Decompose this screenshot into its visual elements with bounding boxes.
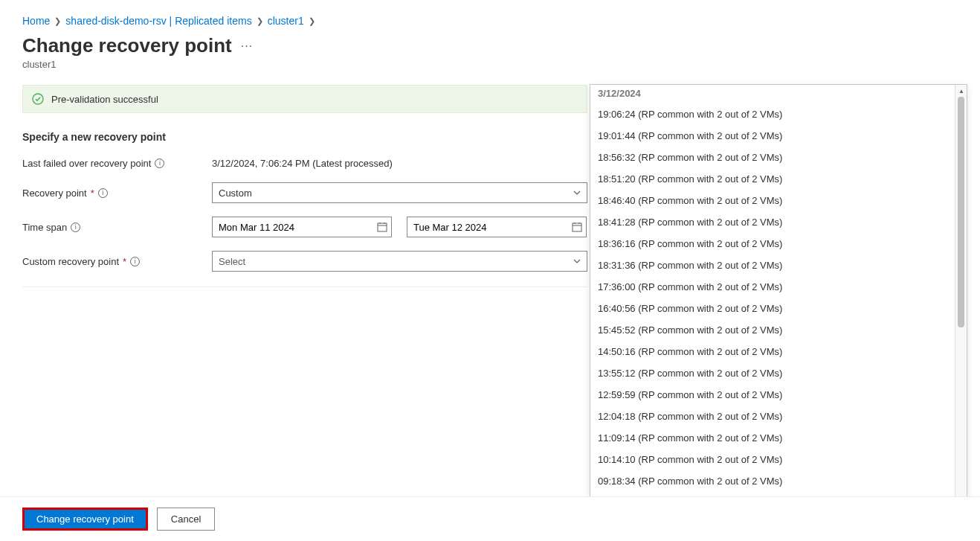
dropdown-item[interactable]: 15:45:52 (RP common with 2 out of 2 VMs) — [590, 319, 955, 341]
page-subtitle: cluster1 — [22, 59, 958, 70]
dropdown-item[interactable]: 16:40:56 (RP common with 2 out of 2 VMs) — [590, 298, 955, 319]
dropdown-item[interactable]: 18:31:36 (RP common with 2 out of 2 VMs) — [590, 255, 955, 276]
label-last-failed: Last failed over recovery point — [22, 158, 151, 169]
calendar-icon[interactable] — [377, 222, 387, 232]
dropdown-item[interactable]: 19:06:24 (RP common with 2 out of 2 VMs) — [590, 103, 955, 125]
time-span-end-input[interactable] — [407, 217, 587, 237]
success-check-icon — [32, 93, 44, 105]
dropdown-item[interactable]: 18:36:16 (RP common with 2 out of 2 VMs) — [590, 233, 955, 255]
breadcrumb-rsv[interactable]: shared-disk-demo-rsv | Replicated items — [65, 15, 251, 27]
time-span-start-input[interactable] — [212, 217, 392, 237]
info-icon[interactable]: i — [130, 257, 140, 266]
dropdown-item[interactable]: 19:01:44 (RP common with 2 out of 2 VMs) — [590, 125, 955, 147]
dropdown-item[interactable]: 09:18:34 (RP common with 2 out of 2 VMs) — [590, 470, 955, 492]
more-actions-button[interactable]: ··· — [241, 39, 253, 53]
dropdown-item[interactable]: 18:56:32 (RP common with 2 out of 2 VMs) — [590, 147, 955, 168]
svg-rect-5 — [573, 223, 581, 231]
chevron-right-icon: ❯ — [257, 16, 263, 26]
svg-rect-1 — [378, 223, 387, 231]
dropdown-item[interactable]: 18:41:28 (RP common with 2 out of 2 VMs) — [590, 211, 955, 233]
required-indicator: * — [123, 256, 126, 267]
footer: Change recovery point Cancel — [0, 496, 980, 541]
dropdown-item[interactable]: 13:55:12 (RP common with 2 out of 2 VMs) — [590, 362, 955, 384]
custom-recovery-point-select[interactable]: Select — [212, 251, 587, 272]
scrollbar-thumb[interactable] — [958, 97, 964, 327]
dropdown-item[interactable]: 10:14:10 (RP common with 2 out of 2 VMs) — [590, 449, 955, 470]
page-title: Change recovery point — [22, 34, 232, 57]
scroll-up-icon[interactable]: ▲ — [955, 85, 967, 97]
info-icon[interactable]: i — [71, 223, 80, 232]
divider — [22, 286, 587, 287]
required-indicator: * — [91, 188, 94, 199]
recovery-point-select[interactable]: Custom — [212, 182, 587, 203]
dropdown-item[interactable]: 17:36:00 (RP common with 2 out of 2 VMs) — [590, 276, 955, 298]
label-custom-recovery-point: Custom recovery point — [22, 256, 119, 267]
validation-alert: Pre-validation successful — [22, 85, 587, 113]
breadcrumb: Home ❯ shared-disk-demo-rsv | Replicated… — [22, 15, 958, 27]
dropdown-item[interactable]: 14:50:16 (RP common with 2 out of 2 VMs) — [590, 341, 955, 362]
dropdown-item[interactable]: 18:51:20 (RP common with 2 out of 2 VMs) — [590, 168, 955, 190]
dropdown-item[interactable]: 11:09:14 (RP common with 2 out of 2 VMs) — [590, 427, 955, 449]
info-icon[interactable]: i — [155, 159, 164, 168]
dropdown-date-header: 3/12/2024 — [590, 86, 955, 103]
alert-text: Pre-validation successful — [51, 94, 158, 105]
dropdown-item[interactable]: 12:04:18 (RP common with 2 out of 2 VMs) — [590, 406, 955, 427]
calendar-icon[interactable] — [572, 222, 582, 232]
breadcrumb-home[interactable]: Home — [22, 15, 50, 27]
cancel-button[interactable]: Cancel — [157, 508, 215, 531]
chevron-right-icon: ❯ — [309, 16, 315, 26]
info-icon[interactable]: i — [98, 188, 108, 198]
value-last-failed: 3/12/2024, 7:06:24 PM (Latest processed) — [212, 158, 587, 169]
dropdown-item[interactable]: 18:46:40 (RP common with 2 out of 2 VMs) — [590, 190, 955, 211]
label-recovery-point: Recovery point — [22, 188, 87, 199]
breadcrumb-cluster[interactable]: cluster1 — [268, 15, 304, 27]
dropdown-scrollbar[interactable]: ▲ ▼ — [955, 85, 967, 528]
dropdown-item[interactable]: 12:59:59 (RP common with 2 out of 2 VMs) — [590, 384, 955, 406]
recovery-point-dropdown: 3/12/2024 19:06:24 (RP common with 2 out… — [590, 84, 967, 529]
recovery-point-select-value: Custom — [219, 188, 252, 199]
chevron-right-icon: ❯ — [54, 16, 61, 26]
label-time-span: Time span — [22, 222, 67, 233]
custom-recovery-point-select-value: Select — [219, 256, 245, 267]
change-recovery-point-button[interactable]: Change recovery point — [22, 508, 148, 531]
